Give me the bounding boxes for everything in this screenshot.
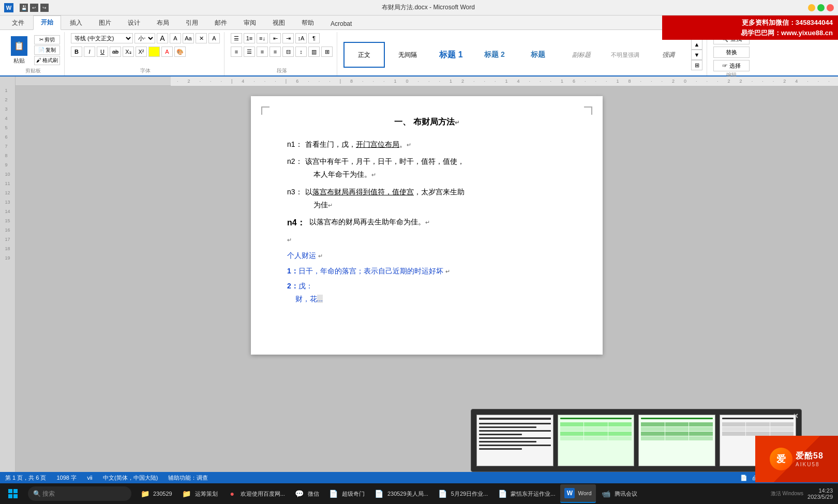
style-no-space[interactable]: 无间隔 <box>387 42 428 68</box>
paragraph-label: 段落 <box>231 67 333 75</box>
sort-button[interactable]: ↕A <box>295 33 307 43</box>
copy-button[interactable]: 📄 复制 <box>34 45 60 55</box>
tab-insert[interactable]: 插入 <box>62 16 90 29</box>
tab-mail[interactable]: 邮件 <box>207 16 235 29</box>
borders-button[interactable]: ⊞ <box>321 47 333 57</box>
tab-help[interactable]: 帮助 <box>294 16 322 29</box>
clipboard-group: 📋 粘贴 ✂ 剪切 📄 复制 🖌 格式刷 剪贴板 <box>2 32 65 75</box>
style-subheading[interactable]: 副标题 <box>561 42 602 68</box>
view-mode-read[interactable]: 📄 <box>740 475 747 481</box>
windows-logo-icon <box>8 488 18 499</box>
style-subtle-emphasis[interactable]: 不明显强调 <box>604 42 646 68</box>
bold-button[interactable]: B <box>71 47 82 57</box>
style-heading2[interactable]: 标题 2 <box>474 42 515 68</box>
svg-rect-3 <box>13 494 18 498</box>
align-right-button[interactable]: ≡ <box>257 47 268 57</box>
taskbar-item-tencent[interactable]: 📹 腾讯会议 <box>597 484 641 503</box>
strikethrough-button[interactable]: ab <box>110 47 121 57</box>
increase-indent-button[interactable]: ⇥ <box>282 33 294 43</box>
taskbar-item-2[interactable]: 📁 运筹策划 <box>177 484 222 503</box>
decrease-font-button[interactable]: A <box>170 33 181 43</box>
maximize-button[interactable] <box>817 4 825 11</box>
thumbnail-3[interactable] <box>638 415 715 466</box>
multilevel-button[interactable]: ≡↓ <box>257 33 268 43</box>
select-button[interactable]: ☞ 选择 <box>713 60 750 71</box>
n2-label: n2： <box>287 155 305 168</box>
underline-button[interactable]: U <box>97 47 108 57</box>
styles-scroll-up[interactable]: ▲ <box>691 39 702 50</box>
word-taskbar-label: Word <box>578 490 591 496</box>
svg-rect-1 <box>13 489 18 493</box>
taskbar-item-229[interactable]: 📄 230529美人局... <box>370 484 432 503</box>
taskbar-item-mengtian[interactable]: 📄 蒙恬东开运作业... <box>493 484 559 503</box>
highlight-button[interactable]: A <box>148 47 160 57</box>
word-count: 1098 字 <box>56 474 77 482</box>
shading2-button[interactable]: ▥ <box>308 47 320 57</box>
fortune-1-label: 1： <box>287 267 298 275</box>
horizontal-ruler: ·2···|4···|6···|8···10···12···14···16···… <box>16 77 838 86</box>
taskbar-search[interactable]: 🔍 搜索 <box>28 486 131 501</box>
taskbar-item-homework[interactable]: 📄 5月29日作业... <box>433 484 492 503</box>
superscript-button[interactable]: X² <box>136 47 147 57</box>
italic-button[interactable]: I <box>84 47 95 57</box>
bullets-button[interactable]: ☰ <box>231 33 242 43</box>
tab-home[interactable]: 开始 <box>33 16 61 30</box>
change-case-button[interactable]: Aa <box>183 33 194 43</box>
tab-layout[interactable]: 布局 <box>149 16 177 29</box>
start-button[interactable] <box>0 483 26 504</box>
justify-button[interactable]: ≡ <box>270 47 281 57</box>
tab-reference[interactable]: 引用 <box>178 16 206 29</box>
col-layout-button[interactable]: ⊟ <box>282 47 294 57</box>
tab-view[interactable]: 视图 <box>265 16 293 29</box>
font-size-select[interactable]: 小一 <box>134 33 155 43</box>
taskbar-items: 📁 230529 📁 运筹策划 ● 欢迎使用百度网... 💬 微信 📄 超级奇门… <box>133 483 766 504</box>
cut-button[interactable]: ✂ 剪切 <box>34 35 60 44</box>
n1-label: n1： <box>287 138 305 151</box>
doc229-icon: 📄 <box>374 488 384 499</box>
numbering-button[interactable]: 1≡ <box>244 33 255 43</box>
tab-file[interactable]: 文件 <box>4 16 32 29</box>
format-painter-button[interactable]: 🖌 格式刷 <box>34 56 60 65</box>
taskbar-item-explorer[interactable]: 📁 230529 <box>136 484 176 503</box>
style-heading3[interactable]: 标题 <box>517 42 559 68</box>
close-button[interactable] <box>827 4 834 11</box>
shading-button[interactable]: 🎨 <box>174 47 186 57</box>
font-color-button[interactable]: A <box>161 47 173 57</box>
font-family-select[interactable]: 等线 (中文正文) <box>71 33 133 43</box>
subscript-button[interactable]: X₂ <box>123 47 134 57</box>
thumbnail-1[interactable] <box>476 415 553 466</box>
tab-review[interactable]: 审阅 <box>236 16 264 29</box>
tab-image[interactable]: 图片 <box>91 16 119 29</box>
taskbar-item-qimen[interactable]: 📄 超级奇门 <box>324 484 369 503</box>
minimize-button[interactable] <box>808 4 815 11</box>
taskbar-item-word[interactable]: W Word <box>560 484 595 503</box>
vertical-ruler: 12345678910111213141516171819 <box>0 77 16 472</box>
tab-acrobat[interactable]: Acrobat <box>323 18 360 29</box>
align-left-button[interactable]: ≡ <box>231 47 242 57</box>
popup-panel: × <box>471 409 802 472</box>
text-effect-button[interactable]: A <box>208 33 220 43</box>
aiku-sub: AIKU58 <box>796 462 824 467</box>
para-mark-1: ↵ <box>455 119 459 126</box>
styles-expand[interactable]: ⊞ <box>691 60 702 70</box>
window-controls[interactable] <box>808 4 834 11</box>
taskbar-item-browser[interactable]: ● 欢迎使用百度网... <box>223 484 289 503</box>
style-heading1[interactable]: 标题 1 <box>430 42 472 68</box>
style-normal[interactable]: 正文 <box>343 42 385 68</box>
line-spacing-button[interactable]: ↕ <box>295 47 307 57</box>
paste-button[interactable]: 📋 粘贴 <box>6 34 32 67</box>
fortune-2-label: 2： <box>287 282 298 290</box>
tab-design[interactable]: 设计 <box>120 16 148 29</box>
blank-para: ↵ <box>287 235 566 245</box>
toolbar-icon-1: 💾 <box>20 4 28 12</box>
show-marks-button[interactable]: ¶ <box>308 33 320 43</box>
decrease-indent-button[interactable]: ⇤ <box>270 33 281 43</box>
style-emphasis[interactable]: 强调 <box>648 42 689 68</box>
replace-button[interactable]: 替换 <box>713 47 750 58</box>
thumbnail-2[interactable] <box>558 415 635 466</box>
styles-scroll-down[interactable]: ▼ <box>691 50 702 60</box>
taskbar-item-wechat[interactable]: 💬 微信 <box>290 484 323 503</box>
clear-format-button[interactable]: ✕ <box>196 33 207 43</box>
increase-font-button[interactable]: A <box>157 33 168 43</box>
align-center-button[interactable]: ☰ <box>244 47 255 57</box>
